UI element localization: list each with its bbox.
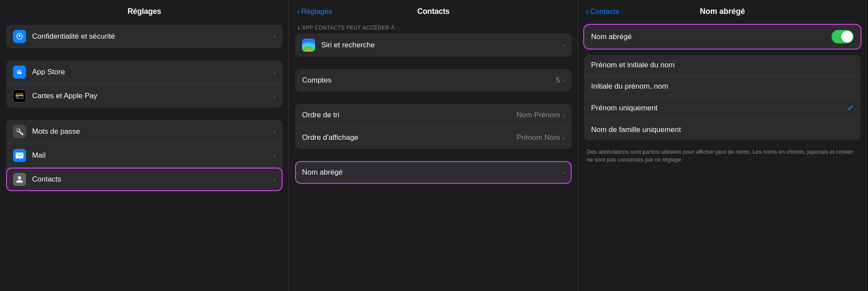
option-label-1: Initiale du prénom, nom — [591, 82, 854, 91]
panel3-header: ‹ Contacts Nom abrégé — [578, 0, 867, 20]
accounts-label: Comptes — [302, 76, 556, 85]
panel1-group1: Confidentialité et sécurité › — [6, 25, 283, 48]
nickname-label: Nom abrégé — [302, 168, 562, 177]
panel3-title: Nom abrégé — [586, 7, 859, 16]
panel2-accounts-group: Comptes 5 › — [295, 69, 572, 92]
panel-nom-abrege: ‹ Contacts Nom abrégé Nom abrégé Prénom … — [578, 0, 867, 291]
panel1-group3: Mots de passe › Mail › — [6, 120, 283, 191]
contacts-icon — [13, 173, 26, 186]
privacy-icon — [13, 30, 26, 43]
back-chevron-icon: ‹ — [297, 7, 300, 17]
option-label-2: Prénom uniquement — [591, 104, 847, 112]
panel2-siri-group: Siri et recherche › — [295, 33, 572, 57]
contacts-siri-item[interactable]: Siri et recherche › — [295, 33, 572, 57]
option-prenom-uniquement[interactable]: Prénom uniquement ✓ — [584, 97, 861, 119]
sort-value: Nom Prénom — [516, 111, 560, 119]
nickname-chevron: › — [562, 169, 565, 176]
panel2-nickname-section: Nom abrégé › — [295, 161, 572, 184]
svg-rect-2 — [16, 96, 18, 97]
contacts-nickname-item[interactable]: Nom abrégé › — [295, 161, 572, 184]
sort-label: Ordre de tri — [302, 111, 516, 119]
panel1-header: Réglages — [0, 0, 289, 20]
settings-item-privacy[interactable]: Confidentialité et sécurité › — [6, 25, 283, 48]
settings-item-passwords[interactable]: Mots de passe › — [6, 120, 283, 144]
svg-rect-1 — [16, 95, 23, 96]
panel2-content: L'APP CONTACTS PEUT ACCÉDER À : Siri et … — [289, 20, 578, 287]
panel1-title: Réglages — [128, 7, 161, 16]
nom-abrege-options: Prénom et initiale du nom Initiale du pr… — [584, 55, 861, 140]
mail-label: Mail — [32, 151, 273, 160]
option-nom-famille[interactable]: Nom de famille uniquement — [584, 119, 861, 140]
display-label: Ordre d'affichage — [302, 133, 516, 142]
appstore-chevron: › — [273, 69, 276, 76]
passwords-label: Mots de passe — [32, 127, 273, 136]
panel2-nickname-group: Nom abrégé › — [295, 161, 572, 184]
sort-chevron: › — [562, 112, 565, 119]
panel1-section1: Confidentialité et sécurité › — [6, 25, 283, 48]
contacts-chevron: › — [273, 176, 276, 183]
nom-abrege-toggle-row: Nom abrégé — [584, 25, 861, 49]
display-value: Prénom Nom — [516, 133, 560, 142]
panel3-back-btn[interactable]: ‹ Contacts — [586, 7, 619, 17]
settings-item-wallet[interactable]: Cartes et Apple Pay › — [6, 84, 283, 108]
panel2-back-btn[interactable]: ‹ Réglages — [297, 7, 332, 17]
accounts-chevron: › — [562, 77, 565, 84]
settings-item-mail[interactable]: Mail › — [6, 144, 283, 168]
option-label-3: Nom de famille uniquement — [591, 126, 854, 134]
privacy-chevron: › — [273, 33, 276, 40]
panel3-back-label: Contacts — [590, 7, 619, 16]
panel2-sort-group: Ordre de tri Nom Prénom › Ordre d'affich… — [295, 104, 572, 149]
wallet-label: Cartes et Apple Pay — [32, 92, 273, 100]
panel2-header: ‹ Réglages Contacts — [289, 0, 578, 20]
siri-label: Siri et recherche — [321, 41, 562, 50]
panel2-accounts-section: Comptes 5 › — [295, 69, 572, 92]
appstore-label: App Store — [32, 68, 273, 76]
contacts-display-item[interactable]: Ordre d'affichage Prénom Nom › — [295, 126, 572, 149]
panel-reglages: Réglages Confidentialité et sécurité › — [0, 0, 289, 291]
panel1-group2: App Store › Cartes et Apple Pay › — [6, 60, 283, 108]
checkmark-icon: ✓ — [847, 103, 854, 113]
privacy-label: Confidentialité et sécurité — [32, 32, 273, 41]
panel3-content: Nom abrégé Prénom et initiale du nom Ini… — [578, 20, 867, 287]
panel3-back-chevron-icon: ‹ — [586, 7, 589, 17]
mail-icon — [13, 149, 26, 162]
passwords-chevron: › — [273, 128, 276, 135]
siri-icon — [302, 39, 315, 52]
panel1-content: Confidentialité et sécurité › App Store … — [0, 20, 289, 287]
settings-item-appstore[interactable]: App Store › — [6, 60, 283, 84]
option-initiale-prenom[interactable]: Initiale du prénom, nom — [584, 76, 861, 97]
accounts-value: 5 — [556, 76, 560, 85]
nom-abrege-toggle[interactable] — [832, 30, 854, 43]
wallet-chevron: › — [273, 93, 276, 99]
passwords-icon — [13, 125, 26, 138]
panel2-section-label: L'APP CONTACTS PEUT ACCÉDER À : — [295, 25, 572, 33]
panel2-back-label: Réglages — [301, 7, 332, 16]
panel2-title: Contacts — [417, 7, 450, 16]
settings-item-contacts[interactable]: Contacts › — [6, 168, 283, 191]
panel1-section2: App Store › Cartes et Apple Pay › — [6, 60, 283, 108]
nom-abrege-footnote: Des abréviations sont parfois utilisées … — [584, 146, 861, 165]
toggle-label: Nom abrégé — [591, 33, 832, 41]
mail-chevron: › — [273, 152, 276, 159]
contacts-label: Contacts — [32, 175, 273, 184]
display-chevron: › — [562, 134, 565, 141]
siri-chevron: › — [562, 42, 565, 49]
panel1-section3: Mots de passe › Mail › — [6, 120, 283, 191]
option-label-0: Prénom et initiale du nom — [591, 61, 854, 69]
panel-contacts: ‹ Réglages Contacts L'APP CONTACTS PEUT … — [289, 0, 578, 291]
contacts-accounts-item[interactable]: Comptes 5 › — [295, 69, 572, 92]
toggle-knob — [841, 31, 853, 43]
contacts-sort-item[interactable]: Ordre de tri Nom Prénom › — [295, 104, 572, 126]
panel2-sort-section: Ordre de tri Nom Prénom › Ordre d'affich… — [295, 104, 572, 149]
appstore-icon — [13, 66, 26, 79]
option-prenom-initiale[interactable]: Prénom et initiale du nom — [584, 55, 861, 76]
wallet-icon — [13, 89, 26, 103]
panel2-siri-section: L'APP CONTACTS PEUT ACCÉDER À : Siri et … — [295, 25, 572, 57]
